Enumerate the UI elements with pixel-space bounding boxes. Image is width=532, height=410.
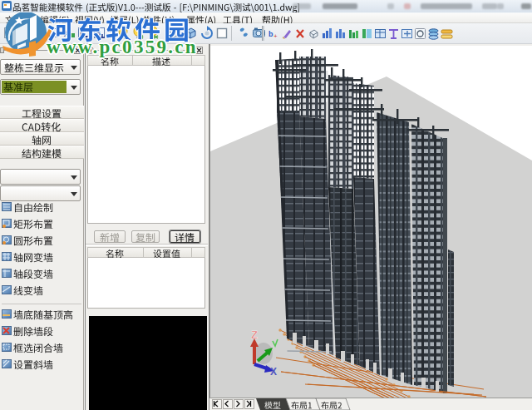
svg-text:+: + bbox=[273, 32, 278, 40]
svg-text:X: X bbox=[270, 366, 277, 378]
